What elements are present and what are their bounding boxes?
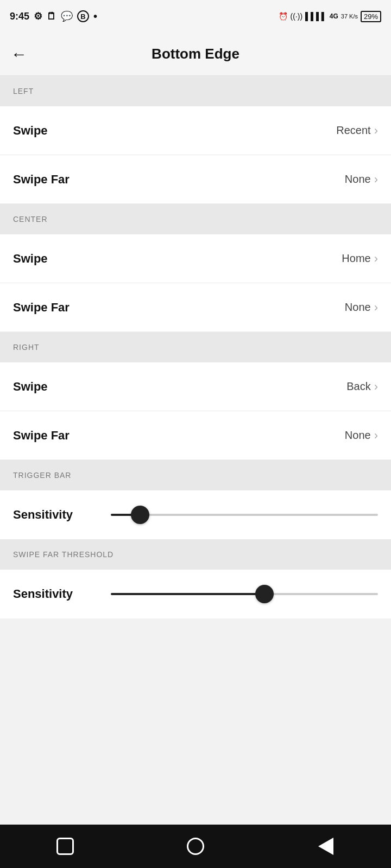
alarm-icon: ⏰ (279, 12, 288, 21)
left-swipe-label: Swipe (13, 124, 48, 138)
left-swipe-value: Recent (336, 124, 370, 137)
swipe-far-threshold-sensitivity-row: Sensitivity (0, 570, 391, 618)
right-swipe-item[interactable]: Swipe Back › (0, 362, 391, 411)
center-swipe-value-wrap: Home › (342, 252, 378, 266)
b-icon: B (77, 10, 89, 22)
right-swipe-value: Back (346, 380, 370, 393)
signal-icon: ▌▌▌▌ (305, 12, 327, 21)
right-swipe-far-value: None (345, 429, 371, 442)
status-time: 9:45 ⚙ 🗒 💬 B • (10, 10, 97, 23)
section-label-trigger-bar: TRIGGER BAR (13, 471, 71, 480)
status-right: ⏰ ((·)) ▌▌▌▌ 4G 37 K/s 29% (279, 11, 381, 22)
messenger-icon: 💬 (61, 10, 73, 22)
center-swipe-item[interactable]: Swipe Home › (0, 234, 391, 283)
trigger-bar-sensitivity-row: Sensitivity (0, 490, 391, 539)
chevron-right-icon: › (374, 173, 378, 187)
chevron-right-icon: › (374, 380, 378, 394)
section-header-center: CENTER (0, 204, 391, 234)
back-button[interactable]: ← (11, 45, 27, 63)
settings-icon: ⚙ (34, 10, 42, 22)
swipe-far-threshold-slider-wrap (111, 593, 378, 595)
section-label-left: LEFT (13, 87, 34, 95)
trigger-bar-sensitivity-slider[interactable] (111, 514, 378, 516)
home-button[interactable] (182, 833, 209, 860)
center-swipe-value: Home (342, 252, 370, 265)
section-label-right: RIGHT (13, 343, 40, 352)
swipe-far-threshold-sensitivity-slider[interactable] (111, 593, 378, 595)
page-header: ← Bottom Edge (0, 33, 391, 76)
section-header-left: LEFT (0, 76, 391, 106)
section-label-swipe-far-threshold: SWIPE FAR THRESHOLD (13, 550, 113, 559)
center-swipe-far-item[interactable]: Swipe Far None › (0, 283, 391, 332)
battery-icon: 29% (361, 11, 381, 22)
chevron-right-icon: › (374, 429, 378, 443)
chevron-right-icon: › (374, 252, 378, 266)
right-swipe-far-value-wrap: None › (345, 429, 378, 443)
left-swipe-value-wrap: Recent › (336, 124, 378, 138)
dot-icon: • (93, 10, 97, 23)
page-title: Bottom Edge (38, 46, 353, 62)
time-text: 9:45 (10, 11, 29, 22)
square-icon (56, 838, 74, 855)
chevron-right-icon: › (374, 124, 378, 138)
right-swipe-label: Swipe (13, 380, 48, 394)
recent-apps-button[interactable] (52, 833, 79, 860)
status-bar: 9:45 ⚙ 🗒 💬 B • ⏰ ((·)) ▌▌▌▌ 4G 37 K/s 29… (0, 0, 391, 33)
center-swipe-far-value: None (345, 301, 371, 314)
bottom-navigation (0, 825, 391, 868)
4g-icon: 4G (330, 12, 338, 20)
left-swipe-far-value-wrap: None › (345, 173, 378, 187)
trigger-bar-slider-wrap (111, 514, 378, 516)
section-label-center: CENTER (13, 215, 48, 224)
back-button-nav[interactable] (312, 833, 339, 860)
left-swipe-far-value: None (345, 173, 371, 186)
right-swipe-value-wrap: Back › (346, 380, 378, 394)
back-triangle-icon (318, 838, 333, 855)
main-content: LEFT Swipe Recent › Swipe Far None › CEN… (0, 76, 391, 770)
trigger-bar-sensitivity-label: Sensitivity (13, 508, 100, 522)
swipe-far-threshold-sensitivity-label: Sensitivity (13, 587, 100, 601)
right-swipe-far-item[interactable]: Swipe Far None › (0, 411, 391, 460)
notepad-icon: 🗒 (47, 11, 56, 22)
right-swipe-far-label: Swipe Far (13, 429, 70, 443)
left-swipe-far-item[interactable]: Swipe Far None › (0, 155, 391, 204)
left-swipe-far-label: Swipe Far (13, 173, 70, 187)
section-header-swipe-far-threshold: SWIPE FAR THRESHOLD (0, 539, 391, 570)
section-header-right: RIGHT (0, 332, 391, 362)
center-swipe-far-label: Swipe Far (13, 301, 70, 315)
circle-icon (187, 838, 204, 855)
left-swipe-item[interactable]: Swipe Recent › (0, 106, 391, 155)
section-header-trigger-bar: TRIGGER BAR (0, 460, 391, 490)
wifi-icon: ((·)) (291, 12, 303, 21)
chevron-right-icon: › (374, 301, 378, 315)
bottom-space (0, 618, 391, 727)
center-swipe-label: Swipe (13, 252, 48, 266)
speed-text: 37 K/s (341, 13, 358, 20)
center-swipe-far-value-wrap: None › (345, 301, 378, 315)
